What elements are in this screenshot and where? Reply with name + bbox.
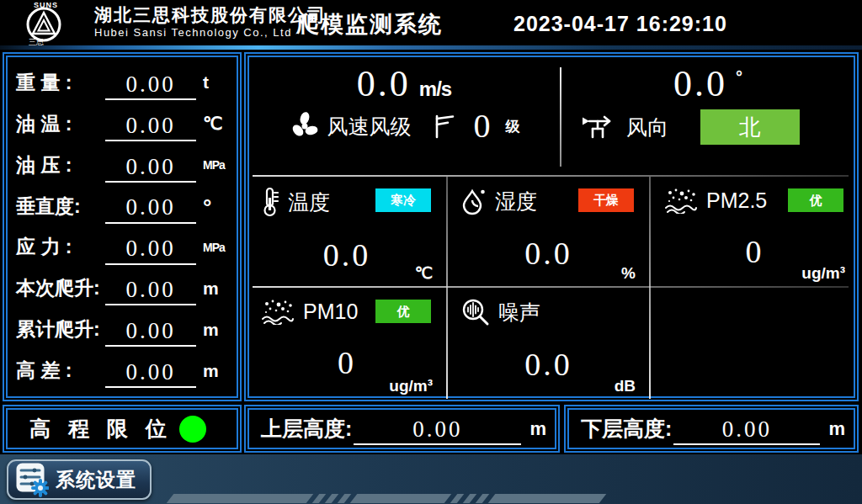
temperature-label: 温度	[288, 188, 330, 216]
row-current-climb: 本次爬升: 0.00 m	[11, 268, 233, 309]
row-oil-pressure: 油 压 : 0.00 MPa	[11, 145, 233, 186]
total-climb-unit: m	[203, 320, 231, 340]
height-diff-unit: m	[203, 361, 231, 381]
bottom-bar: 系统设置	[0, 454, 862, 504]
current-climb-unit: m	[203, 279, 231, 299]
oil-pressure-label: 油 压 :	[16, 152, 105, 178]
measurement-panel: 重 量 : 0.00 t 油 温 : 0.00 ℃ 油 压 : 0.00 MPa…	[3, 52, 242, 401]
noise-cell: 噪声 0.0 dB	[450, 288, 647, 399]
temperature-status-badge: 寒冷	[375, 188, 431, 212]
wind-vane-icon	[581, 114, 618, 141]
temperature-unit: ℃	[415, 263, 433, 283]
lower-height-unit: m	[828, 418, 845, 440]
wind-speed-label: 风速风级	[327, 113, 412, 141]
humidity-status-badge: 干燥	[578, 188, 634, 212]
height-diff-value: 0.00	[105, 360, 196, 388]
row-weight: 重 量 : 0.00 t	[11, 62, 233, 103]
verticality-unit: °	[203, 194, 231, 220]
upper-height-label: 上层高度:	[261, 415, 352, 443]
footer-stripes-decoration	[167, 494, 607, 503]
pm25-cell: PM2.5 优 0 ug/m³	[652, 177, 857, 286]
system-settings-button[interactable]: 系统设置	[7, 459, 152, 500]
oil-temp-unit: ℃	[203, 114, 231, 134]
oil-temp-label: 油 温 :	[16, 111, 105, 137]
current-climb-label: 本次爬升:	[16, 275, 105, 301]
grid-line-vertical-right	[649, 177, 651, 399]
noise-label: 噪声	[498, 299, 540, 326]
noise-icon	[461, 298, 490, 326]
datetime-display: 2023-04-17 16:29:10	[513, 12, 727, 36]
wind-speed-section: 0.0 m/s 风速风级	[249, 57, 559, 175]
stress-value: 0.00	[105, 236, 196, 264]
wind-direction-value: 0.0	[673, 66, 727, 103]
fan-icon	[289, 110, 321, 142]
company-logo: SUNS 三思	[24, 0, 91, 45]
particles-icon	[664, 187, 698, 214]
humidity-unit: %	[621, 264, 636, 283]
total-climb-label: 累计爬升:	[16, 316, 105, 342]
wind-speed-unit: m/s	[419, 77, 451, 101]
settings-sliders-gear-icon	[15, 462, 49, 497]
wind-level-unit: 级	[506, 117, 520, 136]
height-diff-label: 高 差 :	[16, 358, 105, 384]
current-climb-value: 0.00	[105, 278, 196, 305]
upper-height-value: 0.00	[354, 417, 521, 445]
grid-line-vertical-left	[446, 177, 448, 399]
wind-level-value: 0	[474, 109, 491, 143]
pm25-unit: ug/m³	[801, 264, 845, 283]
wind-direction-label: 风向	[626, 114, 668, 141]
pm10-status-badge: 优	[375, 300, 431, 323]
wind-direction-unit: °	[736, 67, 742, 87]
row-oil-temp: 油 温 : 0.00 ℃	[11, 103, 233, 145]
wind-level-flag-icon	[432, 113, 455, 140]
upper-height-unit: m	[529, 418, 546, 440]
noise-unit: dB	[615, 377, 636, 395]
pm25-value: 0	[652, 236, 857, 268]
humidity-label: 湿度	[495, 188, 537, 215]
stress-unit: MPa	[203, 241, 231, 254]
thermometer-icon	[261, 187, 279, 217]
row-verticality: 垂直度: 0.00 °	[11, 186, 233, 227]
wind-speed-value: 0.0	[357, 66, 411, 103]
row-total-climb: 累计爬升: 0.00 m	[11, 309, 233, 350]
lower-height-value: 0.00	[673, 417, 820, 445]
pm10-unit: ug/m³	[389, 377, 433, 395]
elevation-limit-status-indicator	[179, 416, 206, 443]
droplet-icon	[461, 187, 487, 215]
temperature-cell: 温度 寒冷 0.0 ℃	[249, 177, 444, 286]
weight-unit: t	[203, 72, 231, 93]
header-divider	[0, 45, 862, 50]
header: SUNS 三思 湖北三思科技股份有限公司 Hubei Sansi Technol…	[0, 0, 862, 45]
lower-height-label: 下层高度:	[581, 415, 672, 443]
total-climb-value: 0.00	[105, 319, 196, 347]
upper-height-box: 上层高度: 0.00 m	[244, 405, 560, 453]
pm10-label: PM10	[303, 300, 358, 324]
verticality-label: 垂直度:	[16, 194, 105, 220]
elevation-limit-label: 高 程 限 位	[29, 415, 173, 443]
wind-direction-section: 0.0 ° 风向 北	[562, 57, 854, 175]
row-stress: 应 力 : 0.00 MPa	[11, 227, 233, 268]
elevation-limit-panel: 高 程 限 位	[3, 405, 242, 453]
pm25-status-badge: 优	[788, 188, 843, 212]
wind-section-divider	[560, 67, 561, 167]
particles-icon	[261, 298, 295, 325]
lower-height-box: 下层高度: 0.00 m	[564, 405, 859, 453]
oil-pressure-unit: MPa	[203, 158, 231, 172]
pm10-cell: PM10 优 0 ug/m³	[249, 288, 444, 399]
pm10-value: 0	[249, 347, 444, 379]
settings-button-label: 系统设置	[56, 467, 136, 493]
company-name-cn: 湖北三思科技股份有限公司	[94, 3, 327, 27]
humidity-value: 0.0	[450, 237, 647, 269]
environment-panel: 0.0 m/s 风速风级	[244, 52, 859, 401]
row-height-diff: 高 差 : 0.00 m	[11, 350, 233, 391]
oil-temp-value: 0.00	[105, 114, 196, 141]
page-title: 爬模监测系统	[296, 9, 443, 40]
verticality-value: 0.00	[105, 195, 196, 223]
stress-label: 应 力 :	[16, 234, 105, 260]
noise-value: 0.0	[450, 348, 647, 380]
wind-direction-button[interactable]: 北	[700, 109, 800, 145]
weight-value: 0.00	[105, 72, 196, 100]
pm25-label: PM2.5	[706, 188, 767, 213]
weight-label: 重 量 :	[16, 70, 105, 96]
humidity-cell: 湿度 干燥 0.0 %	[450, 177, 647, 286]
